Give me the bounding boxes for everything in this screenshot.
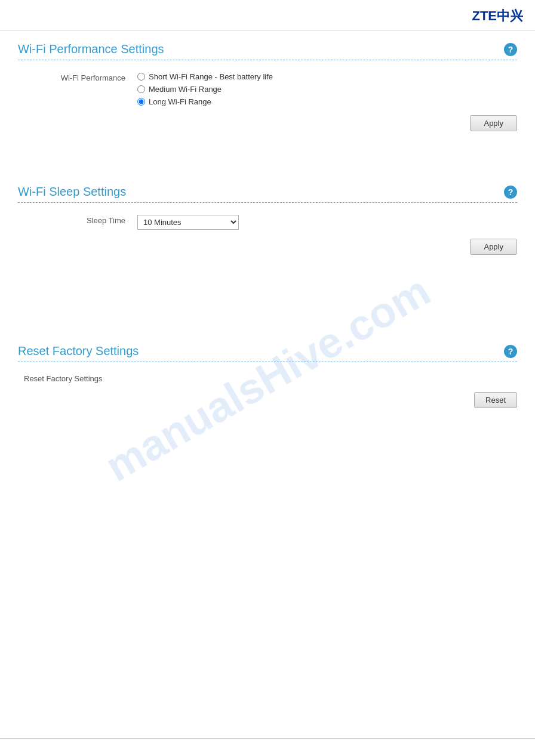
wifi-performance-row: Wi-Fi Performance Short Wi-Fi Range - Be… <box>18 72 517 106</box>
wifi-sleep-help-icon[interactable]: ? <box>504 186 517 199</box>
reset-factory-help-icon[interactable]: ? <box>504 345 517 358</box>
wifi-performance-section: Wi-Fi Performance Settings ? Wi-Fi Perfo… <box>18 42 517 131</box>
radio-option-long[interactable]: Long Wi-Fi Range <box>137 97 273 106</box>
sleep-time-select[interactable]: 2 Minutes 5 Minutes 10 Minutes 15 Minute… <box>137 215 239 230</box>
sleep-time-label: Sleep Time <box>18 215 137 225</box>
wifi-performance-header: Wi-Fi Performance Settings ? <box>18 42 517 60</box>
reset-factory-button-container: Reset <box>18 392 517 408</box>
radio-long[interactable] <box>137 98 145 106</box>
footer <box>0 738 535 756</box>
spacer-1 <box>18 149 517 185</box>
wifi-performance-help-icon[interactable]: ? <box>504 43 517 56</box>
radio-short-label: Short Wi-Fi Range - Best battery life <box>149 72 273 81</box>
zte-logo: ZTE中兴 <box>472 7 523 25</box>
header: ZTE中兴 <box>0 0 535 30</box>
radio-option-medium[interactable]: Medium Wi-Fi Range <box>137 85 273 94</box>
sleep-time-row: Sleep Time 2 Minutes 5 Minutes 10 Minute… <box>18 215 517 230</box>
wifi-sleep-section: Wi-Fi Sleep Settings ? Sleep Time 2 Minu… <box>18 185 517 255</box>
reset-factory-description: Reset Factory Settings <box>24 374 517 383</box>
wifi-sleep-apply-container: Apply <box>18 239 517 255</box>
reset-factory-button[interactable]: Reset <box>474 392 517 408</box>
wifi-sleep-title: Wi-Fi Sleep Settings <box>18 185 126 199</box>
radio-long-label: Long Wi-Fi Range <box>149 97 211 106</box>
spacer-3 <box>18 308 517 344</box>
wifi-performance-label: Wi-Fi Performance <box>18 72 137 82</box>
reset-factory-title: Reset Factory Settings <box>18 344 139 358</box>
radio-medium-label: Medium Wi-Fi Range <box>149 85 222 94</box>
reset-factory-header: Reset Factory Settings ? <box>18 344 517 362</box>
wifi-performance-controls: Short Wi-Fi Range - Best battery life Me… <box>137 72 273 106</box>
radio-option-short[interactable]: Short Wi-Fi Range - Best battery life <box>137 72 273 81</box>
reset-factory-section: Reset Factory Settings ? Reset Factory S… <box>18 344 517 408</box>
radio-medium[interactable] <box>137 85 145 93</box>
wifi-performance-apply-container: Apply <box>18 115 517 131</box>
radio-short[interactable] <box>137 73 145 81</box>
wifi-performance-title: Wi-Fi Performance Settings <box>18 42 164 56</box>
wifi-sleep-header: Wi-Fi Sleep Settings ? <box>18 185 517 203</box>
wifi-performance-apply-button[interactable]: Apply <box>470 115 517 131</box>
sleep-time-control: 2 Minutes 5 Minutes 10 Minutes 15 Minute… <box>137 215 239 230</box>
wifi-sleep-apply-button[interactable]: Apply <box>470 239 517 255</box>
main-content: Wi-Fi Performance Settings ? Wi-Fi Perfo… <box>0 30 535 438</box>
spacer-2 <box>18 273 517 308</box>
